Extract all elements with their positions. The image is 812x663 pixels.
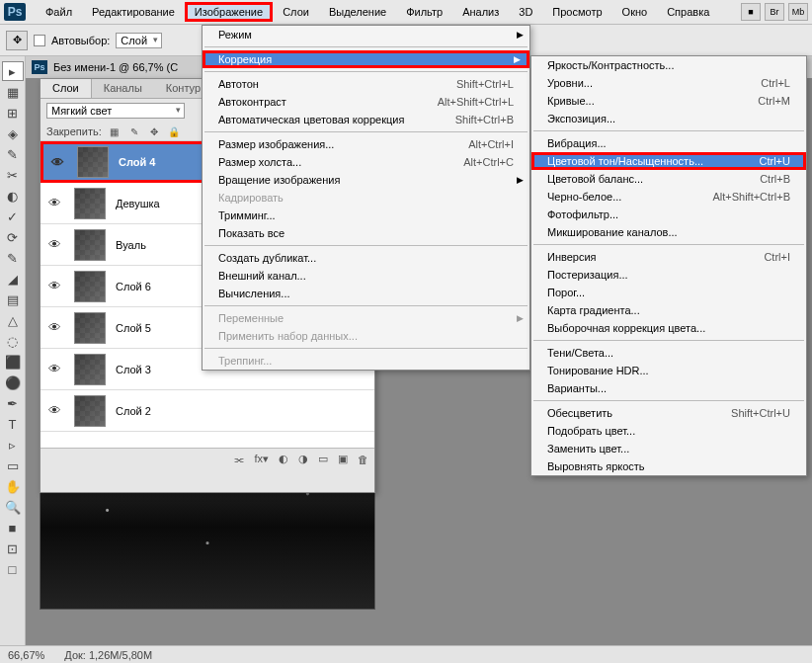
menu-item-подобратьцвет[interactable]: Подобрать цвет... xyxy=(531,422,806,440)
tool-8[interactable]: ⟳ xyxy=(2,227,24,247)
mask-icon[interactable]: ◐ xyxy=(279,453,288,465)
menu-item-вращениеизображения[interactable]: Вращение изображения▶ xyxy=(203,171,529,189)
menu-item-экспозиция[interactable]: Экспозиция... xyxy=(531,110,806,127)
tool-15[interactable]: ⚫ xyxy=(2,373,24,392)
menu-item-картаградиента[interactable]: Карта градиента... xyxy=(531,301,806,319)
menu-изображение[interactable]: Изображение xyxy=(185,2,273,22)
menu-item-размерхолста[interactable]: Размер холста...Alt+Ctrl+C xyxy=(203,153,529,171)
menu-item-тримминг[interactable]: Тримминг... xyxy=(203,207,529,224)
menu-просмотр[interactable]: Просмотр xyxy=(542,2,611,22)
tool-11[interactable]: ▤ xyxy=(2,290,24,309)
menu-item-яркостьконтрастность[interactable]: Яркость/Контрастность... xyxy=(531,56,806,74)
menu-item-вычисления[interactable]: Вычисления... xyxy=(203,285,529,302)
tool-13[interactable]: ◌ xyxy=(2,331,24,351)
menu-item-автоконтраст[interactable]: АвтоконтрастAlt+Shift+Ctrl+L xyxy=(203,93,529,111)
tool-5[interactable]: ✂ xyxy=(2,165,24,185)
tool-19[interactable]: ▭ xyxy=(2,456,24,475)
tool-6[interactable]: ◐ xyxy=(2,186,24,206)
menu-item-режим[interactable]: Режим▶ xyxy=(203,26,529,43)
visibility-toggle[interactable]: 👁 xyxy=(43,155,71,170)
lock-paint-icon[interactable]: ✎ xyxy=(127,124,141,138)
tool-0[interactable]: ▸ xyxy=(2,61,24,81)
menu-окно[interactable]: Окно xyxy=(612,2,658,22)
delete-layer-icon[interactable]: 🗑 xyxy=(358,454,368,465)
menu-item-микшированиеканалов[interactable]: Микширование каналов... xyxy=(531,223,806,241)
menu-item-инверсия[interactable]: ИнверсияCtrl+I xyxy=(531,248,806,266)
layer-row[interactable]: 👁Слой 2 xyxy=(41,390,374,432)
menu-item-показатьвсе[interactable]: Показать все xyxy=(203,224,529,242)
tool-10[interactable]: ◢ xyxy=(2,269,24,289)
menu-item-выборочнаякоррекцияцвета[interactable]: Выборочная коррекция цвета... xyxy=(531,319,806,337)
visibility-toggle[interactable]: 👁 xyxy=(41,196,68,210)
layer-thumb[interactable] xyxy=(74,229,106,261)
new-layer-icon[interactable]: ▣ xyxy=(338,453,348,465)
menu-item-внешнийканал[interactable]: Внешний канал... xyxy=(203,267,529,285)
menu-item-автоматическаяцветоваякоррекция[interactable]: Автоматическая цветовая коррекцияShift+C… xyxy=(203,111,529,128)
menu-item-автотон[interactable]: АвтотонShift+Ctrl+L xyxy=(203,75,529,93)
tool-18[interactable]: ▹ xyxy=(2,435,24,455)
tool-3[interactable]: ◈ xyxy=(2,124,24,143)
menu-item-кривые[interactable]: Кривые...Ctrl+M xyxy=(531,92,806,110)
menu-item-размеризображения[interactable]: Размер изображения...Alt+Ctrl+I xyxy=(203,135,529,153)
fx-icon[interactable]: fx▾ xyxy=(254,453,269,465)
menu-item-обесцветить[interactable]: ОбесцветитьShift+Ctrl+U xyxy=(531,404,806,422)
menu-слои[interactable]: Слои xyxy=(273,2,319,22)
tool-16[interactable]: ✒ xyxy=(2,393,24,413)
visibility-toggle[interactable]: 👁 xyxy=(41,403,68,418)
menu-item-уровни[interactable]: Уровни...Ctrl+L xyxy=(531,74,806,92)
mb-button[interactable]: Mb xyxy=(788,3,808,21)
tool-12[interactable]: △ xyxy=(2,310,24,330)
layer-thumb[interactable] xyxy=(74,354,106,385)
tab-layers[interactable]: Слои xyxy=(41,79,92,98)
layer-thumb[interactable] xyxy=(77,146,109,178)
menu-выделение[interactable]: Выделение xyxy=(319,2,396,22)
menu-анализ[interactable]: Анализ xyxy=(452,2,509,22)
layer-thumb[interactable] xyxy=(74,271,106,302)
menu-item-варианты[interactable]: Варианты... xyxy=(531,379,806,397)
menu-справка[interactable]: Справка xyxy=(657,2,719,22)
blend-mode-dropdown[interactable]: Мягкий свет xyxy=(46,103,185,119)
tool-22[interactable]: ■ xyxy=(2,518,24,538)
visibility-toggle[interactable]: 👁 xyxy=(41,237,68,252)
tool-20[interactable]: ✋ xyxy=(2,476,24,496)
tool-24[interactable]: □ xyxy=(2,559,24,579)
menu-3d[interactable]: 3D xyxy=(509,2,542,22)
bridge-button[interactable]: Br xyxy=(765,3,784,21)
auto-select-checkbox[interactable] xyxy=(34,35,45,46)
layer-thumb[interactable] xyxy=(74,395,106,427)
menu-item-тонированиеhdr[interactable]: Тонирование HDR... xyxy=(531,362,806,379)
menu-item-тенисвета[interactable]: Тени/Света... xyxy=(531,344,806,362)
menu-item-вибрация[interactable]: Вибрация... xyxy=(531,134,806,152)
tool-4[interactable]: ✎ xyxy=(2,144,24,164)
menu-item-заменитьцвет[interactable]: Заменить цвет... xyxy=(531,440,806,457)
tool-1[interactable]: ▦ xyxy=(2,82,24,102)
menu-item-чернобелое[interactable]: Черно-белое...Alt+Shift+Ctrl+B xyxy=(531,188,806,206)
tool-9[interactable]: ✎ xyxy=(2,248,24,268)
ui-toggle-button[interactable]: ■ xyxy=(741,3,761,21)
visibility-toggle[interactable]: 👁 xyxy=(41,320,68,335)
lock-transparent-icon[interactable]: ▦ xyxy=(108,124,122,138)
layer-thumb[interactable] xyxy=(74,188,106,219)
tool-17[interactable]: T xyxy=(2,414,24,434)
menu-item-выровнятьяркость[interactable]: Выровнять яркость xyxy=(531,457,806,475)
tool-23[interactable]: ⊡ xyxy=(2,539,24,558)
auto-select-dropdown[interactable]: Слой xyxy=(116,33,162,48)
menu-редактирование[interactable]: Редактирование xyxy=(82,2,185,22)
menu-item-цветовойтоннасыщенность[interactable]: Цветовой тон/Насыщенность...Ctrl+U xyxy=(531,152,806,170)
visibility-toggle[interactable]: 👁 xyxy=(41,279,68,293)
tool-21[interactable]: 🔍 xyxy=(2,497,24,517)
menu-файл[interactable]: Файл xyxy=(36,2,82,22)
tool-14[interactable]: ⬛ xyxy=(2,352,24,372)
tool-2[interactable]: ⊞ xyxy=(2,103,24,123)
visibility-toggle[interactable]: 👁 xyxy=(41,362,68,376)
tab-channels[interactable]: Каналы xyxy=(92,79,154,98)
adjustment-icon[interactable]: ◑ xyxy=(298,453,308,465)
tool-7[interactable]: ✓ xyxy=(2,207,24,226)
link-layers-icon[interactable]: ⫘ xyxy=(233,454,244,465)
group-icon[interactable]: ▭ xyxy=(318,453,328,465)
menu-item-фотофильтр[interactable]: Фотофильтр... xyxy=(531,206,806,223)
menu-item-создатьдубликат[interactable]: Создать дубликат... xyxy=(203,249,529,267)
layer-thumb[interactable] xyxy=(74,312,106,344)
menu-item-постеризация[interactable]: Постеризация... xyxy=(531,266,806,284)
lock-all-icon[interactable]: 🔒 xyxy=(167,124,181,138)
